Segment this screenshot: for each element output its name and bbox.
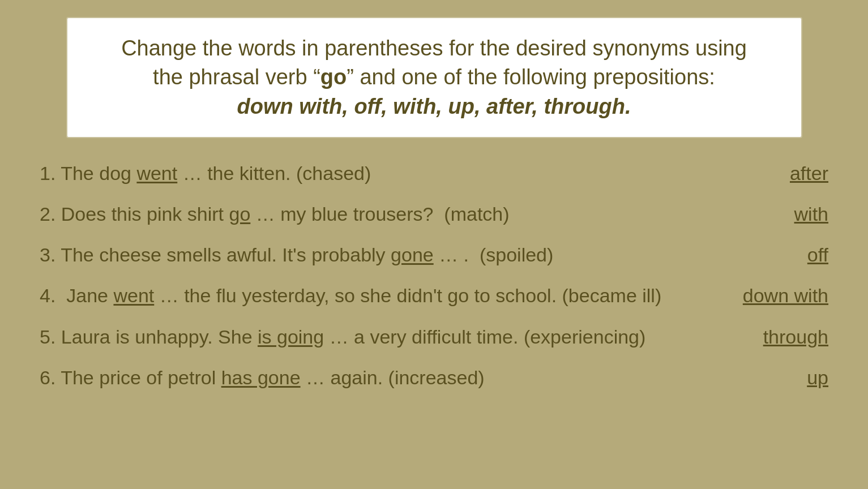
- sentence-row-2: 2. Does this pink shirt go … my blue tro…: [40, 201, 828, 226]
- sentence-underline-2: go: [229, 203, 250, 225]
- instruction-go-bold: go: [320, 65, 347, 89]
- sentence-text-1: 1. The dog went … the kitten. (chased): [40, 161, 767, 186]
- answer-2: with: [794, 201, 828, 226]
- instruction-line2-prefix: the phrasal verb “: [153, 65, 320, 89]
- sentence-number-2: 2.: [40, 203, 61, 225]
- sentence-text-2: 2. Does this pink shirt go … my blue tro…: [40, 201, 772, 226]
- sentence-row-5: 5. Laura is unhappy. She is going … a ve…: [40, 324, 828, 349]
- answer-4: down with: [743, 283, 828, 308]
- instruction-line2-suffix: ” and one of the following prepositions:: [347, 65, 715, 89]
- sentence-number-3: 3.: [40, 244, 61, 265]
- sentence-row-1: 1. The dog went … the kitten. (chased) a…: [40, 161, 828, 186]
- sentence-underline-5: is going: [258, 326, 324, 348]
- sentence-text-5: 5. Laura is unhappy. She is going … a ve…: [40, 324, 741, 349]
- instruction-text: Change the words in parentheses for the …: [96, 34, 773, 121]
- answer-3: off: [807, 242, 828, 267]
- sentence-row-4: 4. Jane went … the flu yesterday, so she…: [40, 283, 828, 308]
- sentence-underline-3: gone: [391, 244, 434, 265]
- sentence-underline-1: went: [136, 162, 177, 184]
- sentence-text-4: 4. Jane went … the flu yesterday, so she…: [40, 283, 720, 308]
- sentence-number-5: 5.: [40, 326, 61, 348]
- sentence-number-1: 1.: [40, 162, 61, 184]
- answer-5: through: [763, 324, 828, 349]
- instruction-box: Change the words in parentheses for the …: [66, 17, 802, 138]
- sentence-underline-4: went: [113, 285, 154, 306]
- sentences-container: 1. The dog went … the kitten. (chased) a…: [34, 161, 834, 390]
- instruction-prepositions: down with, off, with, up, after, through…: [237, 95, 631, 118]
- sentence-text-3: 3. The cheese smells awful. It's probabl…: [40, 242, 785, 267]
- answer-1: after: [790, 161, 828, 186]
- instruction-line1: Change the words in parentheses for the …: [121, 36, 747, 60]
- sentence-row-3: 3. The cheese smells awful. It's probabl…: [40, 242, 828, 267]
- answer-6: up: [807, 365, 828, 390]
- sentence-underline-6: has gone: [221, 367, 301, 388]
- sentence-row-6: 6. The price of petrol has gone … again.…: [40, 365, 828, 390]
- sentence-number-4: 4.: [40, 285, 66, 306]
- sentence-text-6: 6. The price of petrol has gone … again.…: [40, 365, 784, 390]
- sentence-number-6: 6.: [40, 367, 61, 388]
